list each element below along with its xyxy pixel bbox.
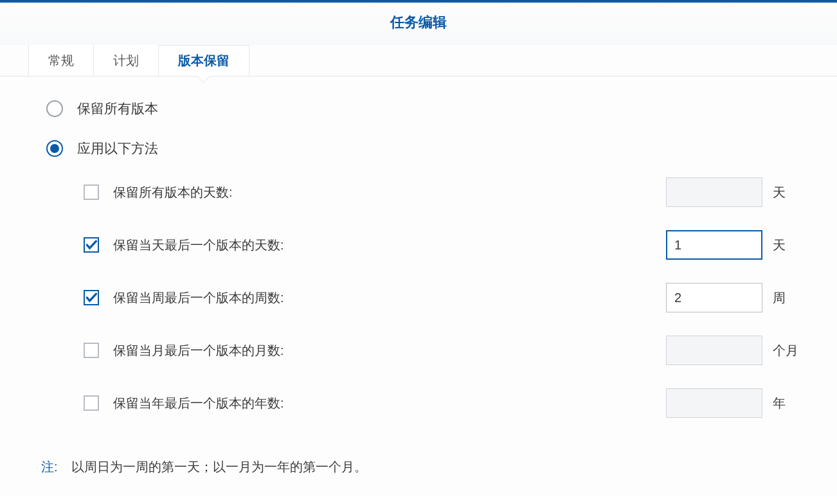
unit-last-weekly-weeks: 周 (773, 289, 798, 307)
radio-apply-methods[interactable] (46, 140, 63, 157)
option-row-last-daily-days: 保留当天最后一个版本的天数: 天 (84, 232, 798, 258)
checkbox-last-weekly-weeks[interactable] (84, 290, 99, 305)
window-title: 任务编辑 (0, 3, 837, 45)
input-last-weekly-weeks[interactable] (666, 283, 762, 312)
option-row-last-monthly-months: 保留当月最后一个版本的月数: 个月 (84, 338, 798, 363)
input-last-yearly-years[interactable] (666, 388, 762, 418)
check-icon (85, 289, 98, 307)
note-text: 以周日为一周的第一天；以一月为一年的第一个月。 (71, 460, 367, 474)
checkbox-all-versions-days[interactable] (84, 184, 99, 200)
label-all-versions-days: 保留所有版本的天数: (113, 184, 666, 201)
option-row-last-yearly-years: 保留当年最后一个版本的年数: 年 (84, 390, 798, 416)
label-last-monthly-months: 保留当月最后一个版本的月数: (113, 342, 666, 359)
tab-schedule[interactable]: 计划 (94, 45, 159, 76)
input-last-monthly-months[interactable] (666, 336, 762, 365)
unit-last-monthly-months: 个月 (773, 342, 798, 359)
input-last-daily-days[interactable] (666, 230, 762, 260)
note-label: 注: (41, 460, 58, 474)
checkbox-last-yearly-years[interactable] (84, 395, 99, 411)
unit-last-daily-days: 天 (773, 237, 798, 254)
radio-keep-all[interactable] (46, 100, 63, 117)
tabs: 常规 计划 版本保留 (0, 45, 837, 76)
tab-version-retention[interactable]: 版本保留 (159, 45, 249, 76)
check-icon (85, 236, 98, 254)
label-last-yearly-years: 保留当年最后一个版本的年数: (113, 395, 666, 412)
option-row-all-versions-days: 保留所有版本的天数: 天 (84, 179, 798, 205)
radio-apply-methods-label: 应用以下方法 (77, 140, 158, 158)
radio-keep-all-label: 保留所有版本 (77, 100, 158, 118)
input-all-versions-days[interactable] (666, 177, 762, 207)
checkbox-last-monthly-months[interactable] (84, 343, 99, 358)
radio-row-keep-all[interactable]: 保留所有版本 (46, 100, 798, 118)
checkbox-last-daily-days[interactable] (84, 237, 99, 253)
tab-general[interactable]: 常规 (28, 45, 94, 76)
label-last-weekly-weeks: 保留当周最后一个版本的周数: (113, 289, 666, 307)
unit-last-yearly-years: 年 (773, 395, 798, 412)
unit-all-versions-days: 天 (773, 184, 798, 201)
radio-row-apply-methods[interactable]: 应用以下方法 (46, 140, 798, 158)
label-last-daily-days: 保留当天最后一个版本的天数: (113, 237, 666, 254)
option-row-last-weekly-weeks: 保留当周最后一个版本的周数: 周 (84, 285, 798, 310)
note: 注: 以周日为一周的第一天；以一月为一年的第一个月。 (41, 458, 798, 476)
